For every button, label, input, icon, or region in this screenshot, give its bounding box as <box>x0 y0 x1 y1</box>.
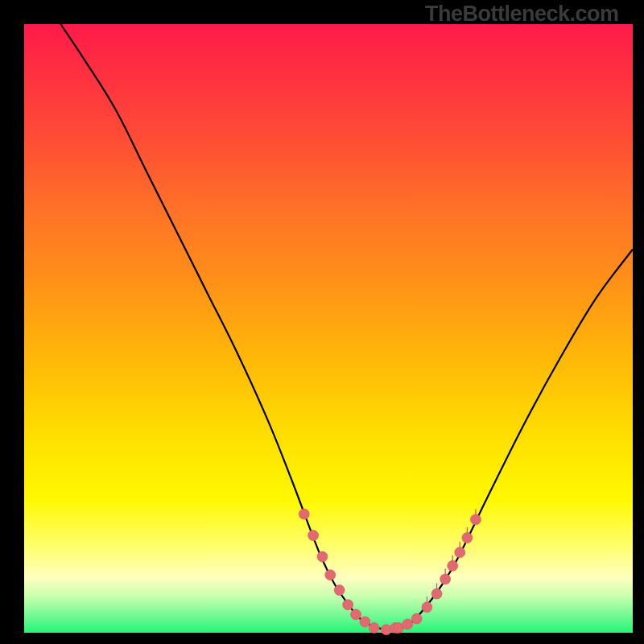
plot-gradient-background <box>24 24 633 633</box>
chart-container: TheBottleneck.com <box>0 0 644 644</box>
watermark-text: TheBottleneck.com <box>425 2 619 27</box>
